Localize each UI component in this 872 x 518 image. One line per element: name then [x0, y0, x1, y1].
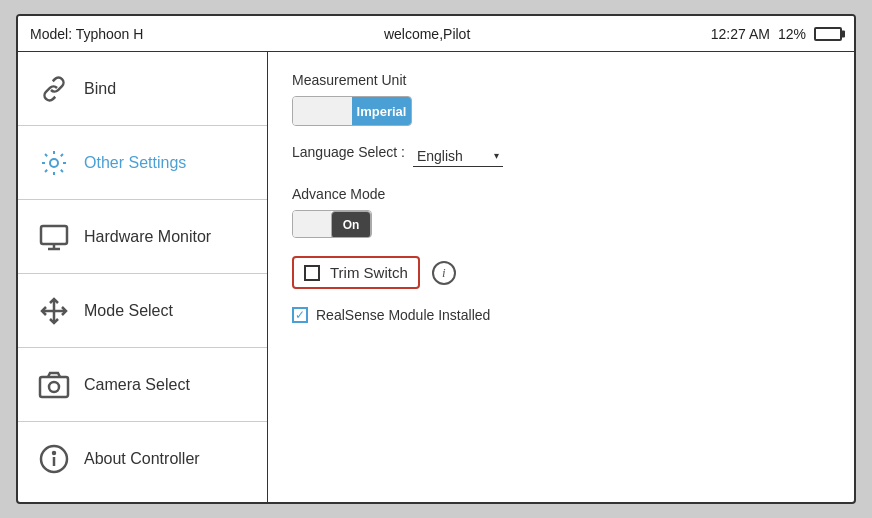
advance-mode-toggle[interactable]: On: [292, 210, 372, 238]
sidebar-label-about-controller: About Controller: [84, 450, 200, 468]
measurement-imperial-option[interactable]: Imperial: [352, 97, 411, 125]
main-content: Bind Other Settings Hardware Monitor: [18, 52, 854, 502]
sidebar-label-other-settings: Other Settings: [84, 154, 186, 172]
content-panel: Measurement Unit Imperial Language Selec…: [268, 52, 854, 502]
trim-switch-checkbox[interactable]: [304, 265, 320, 281]
language-value: English: [417, 148, 463, 164]
trim-switch-info-icon[interactable]: i: [432, 261, 456, 285]
camera-icon: [38, 369, 70, 401]
language-label: Language Select :: [292, 144, 405, 160]
device-frame: Model: Typhoon H welcome,Pilot 12:27 AM …: [16, 14, 856, 504]
svg-rect-6: [40, 377, 68, 397]
trim-switch-section: Trim Switch i: [292, 256, 830, 289]
sidebar-item-other-settings[interactable]: Other Settings: [18, 126, 267, 200]
advance-mode-label: Advance Mode: [292, 186, 830, 202]
sidebar-label-hardware-monitor: Hardware Monitor: [84, 228, 211, 246]
battery-percent: 12%: [778, 26, 806, 42]
welcome-text: welcome,Pilot: [384, 26, 470, 42]
dropdown-arrow-icon: ▾: [494, 150, 499, 161]
header: Model: Typhoon H welcome,Pilot 12:27 AM …: [18, 16, 854, 52]
trim-switch-label: Trim Switch: [330, 264, 408, 281]
sidebar-label-mode-select: Mode Select: [84, 302, 173, 320]
language-dropdown[interactable]: English ▾: [413, 146, 503, 167]
svg-point-7: [49, 382, 59, 392]
measurement-unit-section: Measurement Unit Imperial: [292, 72, 830, 126]
time-display: 12:27 AM: [711, 26, 770, 42]
header-right: 12:27 AM 12%: [711, 26, 842, 42]
checkmark-icon: ✓: [295, 309, 305, 321]
sidebar-item-bind[interactable]: Bind: [18, 52, 267, 126]
arrows-icon: [38, 295, 70, 327]
measurement-unit-toggle[interactable]: Imperial: [292, 96, 412, 126]
sidebar-item-camera-select[interactable]: Camera Select: [18, 348, 267, 422]
monitor-icon: [38, 221, 70, 253]
model-name: Typhoon H: [76, 26, 144, 42]
sidebar-item-mode-select[interactable]: Mode Select: [18, 274, 267, 348]
advance-mode-on-option[interactable]: On: [331, 211, 371, 238]
sidebar-item-hardware-monitor[interactable]: Hardware Monitor: [18, 200, 267, 274]
svg-point-0: [50, 159, 58, 167]
model-label: Model:: [30, 26, 72, 42]
sidebar-label-bind: Bind: [84, 80, 116, 98]
sidebar-label-camera-select: Camera Select: [84, 376, 190, 394]
sidebar: Bind Other Settings Hardware Monitor: [18, 52, 268, 502]
info-circle-icon: [38, 443, 70, 475]
link-icon: [38, 73, 70, 105]
battery-body: [814, 27, 842, 41]
realsense-checkbox[interactable]: ✓: [292, 307, 308, 323]
language-select-row: Language Select : English ▾: [292, 144, 830, 168]
advance-mode-off-option[interactable]: [293, 211, 331, 237]
measurement-metric-option[interactable]: [293, 97, 352, 125]
trim-switch-row[interactable]: Trim Switch: [292, 256, 420, 289]
measurement-unit-label: Measurement Unit: [292, 72, 830, 88]
svg-point-10: [53, 452, 55, 454]
gear-icon: [38, 147, 70, 179]
sidebar-item-about-controller[interactable]: About Controller: [18, 422, 267, 496]
header-model: Model: Typhoon H: [30, 26, 143, 42]
realsense-label: RealSense Module Installed: [316, 307, 490, 323]
advance-mode-section: Advance Mode On: [292, 186, 830, 238]
battery-icon: [814, 27, 842, 41]
svg-rect-1: [41, 226, 67, 244]
realsense-row: ✓ RealSense Module Installed: [292, 307, 830, 323]
